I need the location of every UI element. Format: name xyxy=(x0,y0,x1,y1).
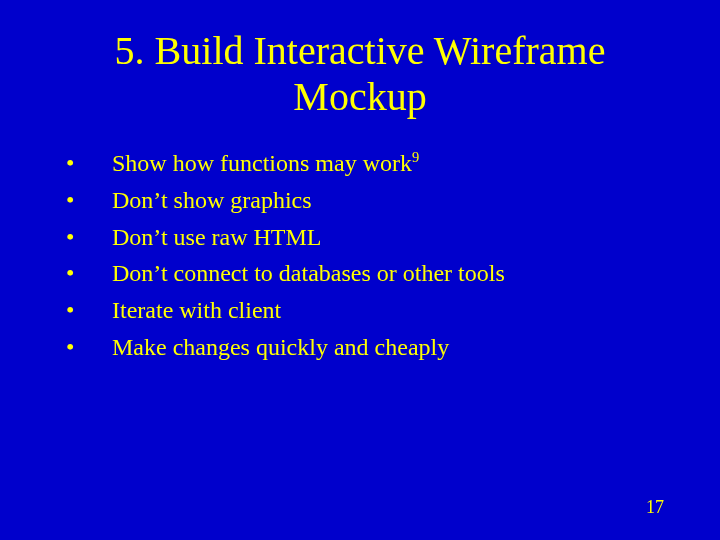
bullet-list: • Show how functions may work9 • Don’t s… xyxy=(50,146,670,365)
list-item: • Don’t use raw HTML xyxy=(64,220,670,255)
list-item: • Make changes quickly and cheaply xyxy=(64,330,670,365)
bullet-icon: • xyxy=(64,293,112,328)
superscript: 9 xyxy=(412,149,419,165)
bullet-text: Iterate with client xyxy=(112,293,670,328)
page-number: 17 xyxy=(646,497,664,518)
bullet-text: Make changes quickly and cheaply xyxy=(112,330,670,365)
bullet-text: Don’t connect to databases or other tool… xyxy=(112,256,670,291)
bullet-text: Show how functions may work9 xyxy=(112,146,670,181)
slide-title: 5. Build Interactive Wireframe Mockup xyxy=(50,28,670,120)
list-item: • Don’t connect to databases or other to… xyxy=(64,256,670,291)
list-item: • Don’t show graphics xyxy=(64,183,670,218)
bullet-icon: • xyxy=(64,256,112,291)
bullet-icon: • xyxy=(64,183,112,218)
list-item: • Iterate with client xyxy=(64,293,670,328)
slide: 5. Build Interactive Wireframe Mockup • … xyxy=(0,0,720,540)
bullet-icon: • xyxy=(64,146,112,181)
bullet-text: Don’t show graphics xyxy=(112,183,670,218)
bullet-icon: • xyxy=(64,220,112,255)
bullet-text: Don’t use raw HTML xyxy=(112,220,670,255)
list-item: • Show how functions may work9 xyxy=(64,146,670,181)
bullet-icon: • xyxy=(64,330,112,365)
